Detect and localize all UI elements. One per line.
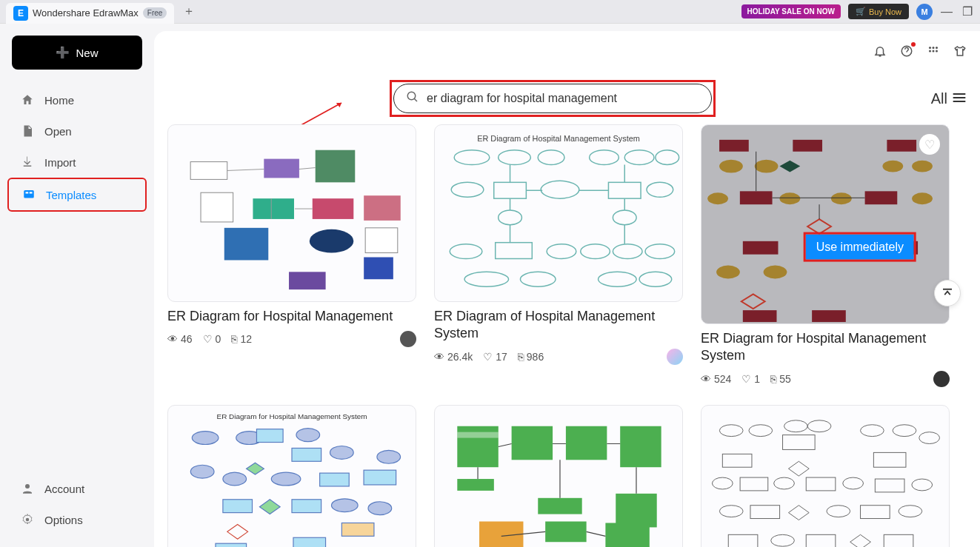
svg-text:ER Diagram of Hospital Managem: ER Diagram of Hospital Management System (477, 134, 640, 143)
maximize-button[interactable]: ❐ (961, 5, 974, 19)
template-meta: 👁26.4k ♡17 ⎘986 (434, 349, 683, 365)
author-avatar[interactable] (667, 349, 683, 365)
author-avatar[interactable] (933, 371, 950, 387)
author-avatar[interactable] (400, 331, 416, 347)
svg-point-8 (936, 47, 938, 49)
svg-point-39 (590, 150, 619, 165)
svg-point-47 (499, 210, 522, 225)
svg-point-158 (899, 505, 922, 517)
svg-point-10 (933, 50, 935, 53)
svg-rect-72 (740, 191, 773, 204)
user-avatar[interactable]: M (916, 4, 933, 20)
use-immediately-button[interactable]: Use immediately (806, 235, 914, 260)
sidebar-item-account[interactable]: Account (7, 473, 147, 504)
svg-rect-147 (740, 477, 768, 491)
sidebar-item-templates[interactable]: Templates (7, 178, 147, 212)
svg-point-48 (613, 210, 636, 225)
new-button[interactable]: ➕ New (12, 36, 142, 70)
template-thumbnail: ER Diagram for Hospital Management Syste… (167, 405, 416, 547)
svg-point-76 (831, 192, 852, 204)
template-title: ER Diagram of Hospital Management System (434, 308, 683, 343)
svg-rect-137 (783, 434, 816, 449)
svg-marker-84 (741, 294, 765, 309)
svg-point-135 (719, 425, 743, 437)
grid-icon[interactable] (927, 44, 940, 61)
svg-marker-13 (336, 103, 341, 107)
help-icon[interactable] (900, 44, 913, 61)
template-thumbnail (434, 405, 683, 547)
template-thumbnail: ♡ (701, 124, 950, 324)
search-input[interactable] (427, 92, 699, 105)
holiday-sale-button[interactable]: HOLIDAY SALE ON NOW (741, 4, 841, 19)
svg-rect-67 (719, 140, 749, 152)
svg-rect-89 (887, 140, 916, 152)
buy-now-button[interactable]: 🛒 Buy Now (848, 4, 909, 19)
filter-all-button[interactable]: All (931, 90, 967, 107)
svg-rect-112 (216, 543, 247, 547)
template-card[interactable]: ♡ (701, 124, 950, 387)
svg-point-4 (26, 518, 30, 522)
svg-point-45 (541, 181, 579, 198)
app-tab[interactable]: E Wondershare EdrawMax Free (6, 3, 174, 24)
app-title: Wondershare EdrawMax (33, 7, 139, 19)
svg-point-103 (271, 472, 301, 486)
svg-rect-96 (256, 429, 283, 442)
svg-rect-24 (313, 198, 354, 219)
copy-icon: ⎘ (231, 333, 237, 345)
search-box[interactable] (393, 84, 712, 113)
heart-icon: ♡ (741, 373, 751, 385)
shirt-icon[interactable] (953, 44, 967, 61)
svg-point-88 (912, 161, 933, 172)
favorite-button[interactable]: ♡ (919, 134, 940, 155)
svg-point-136 (749, 425, 773, 437)
svg-marker-108 (259, 500, 280, 514)
template-card[interactable]: ER Diagram for Hospital Management Syste… (167, 405, 416, 547)
svg-point-87 (882, 161, 903, 172)
new-tab-button[interactable]: ＋ (183, 4, 195, 19)
svg-rect-25 (364, 195, 401, 221)
svg-line-31 (227, 170, 264, 171)
svg-point-150 (843, 477, 864, 489)
svg-point-97 (296, 428, 320, 441)
eye-icon: 👁 (167, 333, 178, 345)
scroll-top-button[interactable] (934, 280, 961, 306)
template-thumbnail (167, 124, 416, 302)
svg-point-44 (451, 182, 484, 197)
svg-point-40 (624, 150, 654, 165)
sidebar-item-options[interactable]: Options (7, 504, 147, 535)
svg-point-56 (520, 272, 556, 286)
svg-rect-43 (608, 182, 641, 198)
svg-point-74 (707, 192, 728, 204)
heart-icon: ♡ (203, 333, 213, 345)
template-card[interactable] (434, 405, 683, 547)
sidebar-item-open[interactable]: Open (7, 115, 147, 147)
sidebar-item-import[interactable]: Import (7, 147, 147, 178)
svg-point-51 (547, 244, 576, 259)
template-card[interactable]: ER Diagram of Hospital Management System (434, 124, 683, 387)
sidebar-item-home[interactable]: Home (7, 84, 147, 115)
svg-rect-157 (861, 505, 890, 518)
template-card[interactable] (701, 405, 950, 547)
svg-point-55 (464, 272, 509, 286)
templates-grid: ER Diagram for Hospital Management 👁46 ♡… (167, 124, 967, 547)
svg-point-138 (784, 420, 808, 432)
svg-rect-20 (264, 159, 299, 178)
svg-rect-114 (341, 523, 374, 536)
minimize-button[interactable]: — (940, 5, 953, 19)
app-logo-icon: E (13, 6, 28, 21)
template-card[interactable]: ER Diagram for Hospital Management 👁46 ♡… (167, 124, 416, 387)
svg-rect-0 (24, 190, 34, 198)
bell-icon[interactable] (873, 44, 887, 61)
svg-rect-113 (293, 537, 326, 547)
svg-point-99 (330, 446, 354, 459)
svg-point-14 (407, 92, 416, 100)
svg-point-58 (639, 272, 672, 286)
eye-icon: 👁 (434, 351, 444, 363)
titlebar: E Wondershare EdrawMax Free ＋ HOLIDAY SA… (0, 0, 980, 24)
svg-point-41 (656, 150, 679, 165)
gear-icon (21, 513, 34, 526)
svg-rect-159 (728, 534, 758, 547)
plus-icon: ➕ (56, 46, 70, 59)
svg-rect-122 (538, 498, 581, 514)
svg-rect-125 (545, 521, 586, 542)
